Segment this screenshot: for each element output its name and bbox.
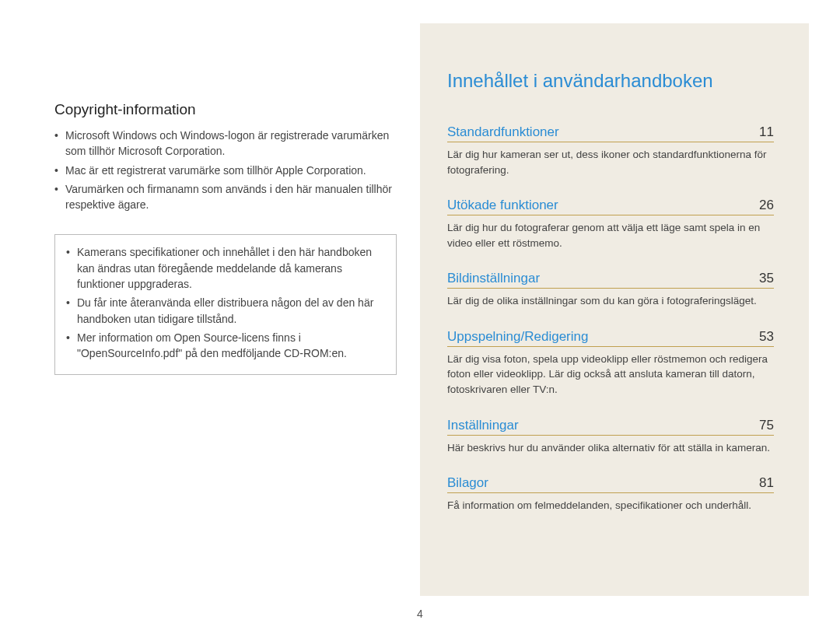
toc-title: Innehållet i användarhandboken — [447, 70, 774, 92]
toc-page-number: 75 — [759, 418, 774, 433]
toc-row[interactable]: Inställningar 75 — [447, 418, 774, 436]
list-item: Microsoft Windows och Windows-logon är r… — [54, 128, 397, 159]
toc-entry-uppspelning: Uppspelning/Redigering 53 Lär dig visa f… — [447, 329, 774, 398]
toc-entry-utokade: Utökade funktioner 26 Lär dig hur du fot… — [447, 198, 774, 250]
toc-description: Lär dig hur du fotograferar genom att vä… — [447, 220, 774, 250]
toc-page-number: 53 — [759, 329, 774, 345]
toc-link-label: Uppspelning/Redigering — [447, 329, 588, 345]
toc-row[interactable]: Bildinställningar 35 — [447, 271, 774, 289]
toc-description: Lär dig de olika inställningar som du ka… — [447, 293, 774, 309]
list-item: Du får inte återanvända eller distribuer… — [66, 295, 385, 327]
notice-box: Kamerans specifikationer och innehållet … — [54, 234, 397, 374]
right-column: Innehållet i användarhandboken Standardf… — [420, 23, 809, 596]
toc-row[interactable]: Uppspelning/Redigering 53 — [447, 329, 774, 347]
copyright-bullets: Microsoft Windows och Windows-logon är r… — [54, 128, 397, 212]
toc-entry-bilagor: Bilagor 81 Få information om felmeddelan… — [447, 475, 774, 513]
page-number: 4 — [417, 608, 423, 620]
toc-description: Lär dig visa foton, spela upp videoklipp… — [447, 352, 774, 398]
toc-link-label: Inställningar — [447, 418, 519, 433]
toc-description: Få information om felmeddelanden, specif… — [447, 498, 774, 513]
toc-page-number: 81 — [759, 475, 774, 491]
list-item: Mer information om Open Source-licens fi… — [66, 330, 385, 362]
toc-row[interactable]: Bilagor 81 — [447, 475, 774, 493]
toc-row[interactable]: Utökade funktioner 26 — [447, 198, 774, 215]
toc-link-label: Bildinställningar — [447, 271, 540, 286]
toc-page-number: 35 — [759, 271, 774, 286]
toc-description: Här beskrivs hur du använder olika alter… — [447, 440, 774, 456]
copyright-heading: Copyright-information — [54, 101, 397, 118]
list-item: Mac är ett registrerat varumärke som til… — [54, 163, 397, 178]
toc-link-label: Utökade funktioner — [447, 198, 558, 213]
toc-description: Lär dig hur kameran ser ut, dess ikoner … — [447, 147, 774, 177]
toc-row[interactable]: Standardfunktioner 11 — [447, 124, 774, 142]
left-column: Copyright-information Microsoft Windows … — [0, 0, 420, 634]
toc-link-label: Bilagor — [447, 475, 488, 491]
toc-page-number: 11 — [759, 124, 774, 140]
notice-bullets: Kamerans specifikationer och innehållet … — [66, 244, 385, 361]
toc-entry-installningar: Inställningar 75 Här beskrivs hur du anv… — [447, 418, 774, 456]
toc-entry-standardfunktioner: Standardfunktioner 11 Lär dig hur kamera… — [447, 124, 774, 177]
list-item: Varumärken och firmanamn som används i d… — [54, 181, 397, 213]
toc-link-label: Standardfunktioner — [447, 124, 559, 140]
toc-entry-bildinstallningar: Bildinställningar 35 Lär dig de olika in… — [447, 271, 774, 309]
toc-page-number: 26 — [759, 198, 774, 213]
list-item: Kamerans specifikationer och innehållet … — [66, 244, 385, 292]
document-page: Copyright-information Microsoft Windows … — [0, 0, 840, 634]
